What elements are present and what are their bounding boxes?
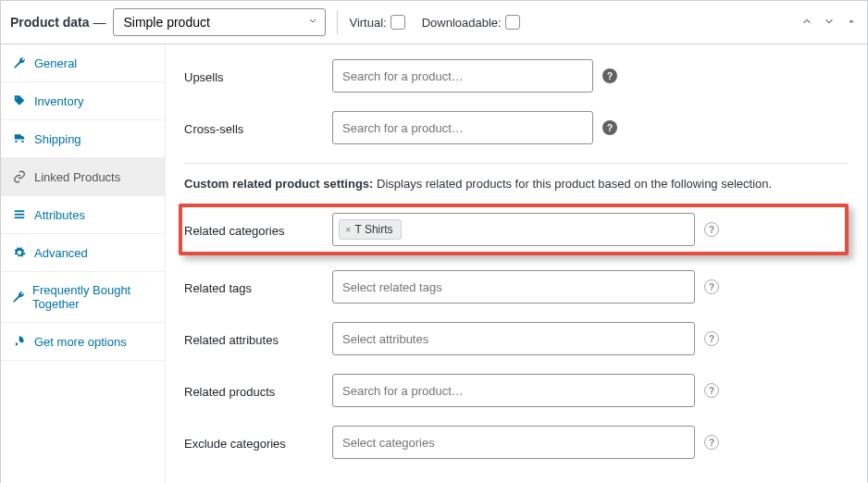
sidebar-item-general[interactable]: General: [1, 44, 165, 82]
panel-title: Product data —: [10, 15, 105, 30]
sidebar-item-label: Attributes: [34, 208, 85, 222]
exclude-categories-label: Exclude categories: [184, 435, 321, 451]
tag-icon: [12, 93, 27, 108]
wrench-icon: [12, 56, 27, 70]
virtual-checkbox[interactable]: [391, 15, 405, 30]
help-icon[interactable]: ?: [704, 279, 719, 294]
list-icon: [12, 207, 27, 222]
virtual-label: Virtual:: [349, 16, 386, 30]
sidebar-item-label: Linked Products: [34, 170, 120, 184]
help-icon[interactable]: ?: [704, 383, 719, 398]
sidebar-item-label: General: [34, 56, 77, 70]
svg-rect-0: [15, 210, 25, 212]
help-icon[interactable]: ?: [704, 435, 719, 450]
section-heading: Custom related product settings: Display…: [184, 177, 849, 191]
sidebar-item-label: Frequently Bought Together: [32, 283, 154, 311]
sidebar-item-advanced[interactable]: Advanced: [1, 234, 165, 272]
move-down-icon[interactable]: [823, 15, 836, 31]
help-icon[interactable]: ?: [704, 331, 719, 346]
sidebar-item-inventory[interactable]: Inventory: [1, 82, 165, 120]
gear-icon: [12, 245, 27, 260]
sidebar-item-linked-products[interactable]: Linked Products: [1, 158, 165, 196]
sidebar-item-fbt[interactable]: Frequently Bought Together: [1, 272, 165, 323]
category-tag[interactable]: × T Shirts: [339, 219, 402, 240]
help-icon[interactable]: ?: [602, 68, 617, 83]
related-tags-label: Related tags: [184, 279, 321, 295]
related-categories-input[interactable]: × T Shirts: [332, 213, 695, 246]
crosssells-input[interactable]: [332, 111, 593, 144]
upsells-label: Upsells: [184, 68, 321, 84]
help-icon[interactable]: ?: [704, 222, 719, 237]
product-type-select[interactable]: Simple product: [113, 8, 326, 36]
divider: [184, 163, 849, 164]
collapse-icon[interactable]: [845, 15, 858, 31]
link-icon: [12, 169, 27, 184]
related-categories-label: Related categories: [184, 222, 321, 238]
content: Upsells ? Cross-sells ? Custom related p…: [166, 44, 867, 483]
tag-label: T Shirts: [354, 223, 392, 236]
sidebar: General Inventory Shipping Linked Produc…: [1, 44, 166, 483]
downloadable-label: Downloadable:: [422, 16, 502, 30]
related-products-label: Related products: [184, 383, 321, 399]
related-attributes-label: Related attributes: [184, 331, 321, 347]
rocket-icon: [12, 334, 27, 349]
related-attributes-input[interactable]: [332, 322, 695, 355]
panel-header: Product data — Simple product Virtual: D…: [1, 1, 867, 44]
downloadable-checkbox[interactable]: [505, 15, 520, 30]
move-up-icon[interactable]: [800, 15, 813, 31]
exclude-categories-input[interactable]: [332, 426, 695, 459]
sidebar-item-attributes[interactable]: Attributes: [1, 196, 165, 234]
svg-rect-1: [15, 214, 25, 216]
related-products-input[interactable]: [332, 374, 695, 407]
divider: [337, 10, 338, 34]
sidebar-item-shipping[interactable]: Shipping: [1, 120, 165, 158]
product-data-panel: Product data — Simple product Virtual: D…: [0, 0, 868, 483]
sidebar-item-label: Advanced: [34, 246, 88, 260]
sidebar-item-get-more[interactable]: Get more options: [1, 323, 165, 361]
remove-tag-icon[interactable]: ×: [345, 224, 351, 235]
upsells-input[interactable]: [332, 59, 593, 93]
sidebar-item-label: Get more options: [34, 335, 127, 349]
crosssells-label: Cross-sells: [184, 120, 321, 136]
related-tags-input[interactable]: [332, 270, 695, 303]
wrench-icon: [12, 290, 25, 304]
sidebar-item-label: Inventory: [34, 94, 83, 108]
sidebar-item-label: Shipping: [34, 132, 81, 146]
truck-icon: [12, 131, 27, 146]
help-icon[interactable]: ?: [602, 120, 617, 135]
svg-rect-2: [15, 217, 25, 218]
